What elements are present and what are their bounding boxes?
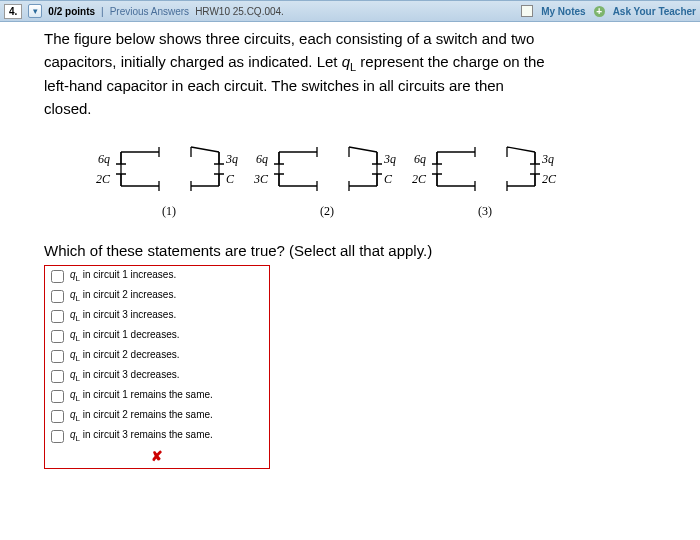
problem-statement: The figure below shows three circuits, e…	[44, 28, 676, 120]
c2-right-c: C	[384, 172, 392, 187]
answer-option: qL in circuit 2 decreases.	[45, 346, 269, 366]
c2-label: (2)	[320, 204, 334, 219]
question-container: 4. ▾ 0/2 points | Previous Answers HRW10…	[0, 0, 700, 540]
prompt-line1: The figure below shows three circuits, e…	[44, 30, 534, 47]
ask-teacher-link[interactable]: Ask Your Teacher	[613, 6, 696, 17]
prompt-line2b: represent the charge on the	[356, 53, 544, 70]
answers-box: qL in circuit 1 increases. qL in circuit…	[44, 265, 270, 469]
answer-option: qL in circuit 2 remains the same.	[45, 406, 269, 426]
answer-checkbox-5[interactable]	[51, 350, 64, 363]
c1-right-q: 3q	[226, 152, 238, 167]
c3-left-q: 6q	[414, 152, 426, 167]
points-text: 0/2 points	[48, 6, 95, 17]
assignment-id: HRW10 25.CQ.004.	[195, 6, 284, 17]
c3-right-c: 2C	[542, 172, 556, 187]
c2-left-c: 3C	[254, 172, 268, 187]
c3-right-q: 3q	[542, 152, 554, 167]
answer-checkbox-9[interactable]	[51, 430, 64, 443]
answer-text-8: qL in circuit 2 remains the same.	[70, 409, 213, 423]
circuit-2: 6q 3q 3C C (2)	[272, 140, 384, 196]
notes-icon[interactable]	[521, 5, 533, 17]
answer-text-3: qL in circuit 3 increases.	[70, 309, 176, 323]
answer-text-1: qL in circuit 1 increases.	[70, 269, 176, 283]
answer-option: qL in circuit 3 remains the same.	[45, 426, 269, 446]
answer-text-7: qL in circuit 1 remains the same.	[70, 389, 213, 403]
answer-text-2: qL in circuit 2 increases.	[70, 289, 176, 303]
c1-label: (1)	[162, 204, 176, 219]
prompt-line2a: capacitors, initially charged as indicat…	[44, 53, 342, 70]
circuit-3: 6q 3q 2C 2C (3)	[430, 140, 542, 196]
expand-icon[interactable]: ▾	[28, 4, 42, 18]
circuit-1: 6q 3q 2C C (1)	[114, 140, 226, 196]
prompt-line3: left-hand capacitor in each circuit. The…	[44, 77, 504, 94]
answer-option: qL in circuit 1 increases.	[45, 266, 269, 286]
c3-left-c: 2C	[412, 172, 426, 187]
answer-checkbox-6[interactable]	[51, 370, 64, 383]
answer-checkbox-1[interactable]	[51, 270, 64, 283]
question-text: Which of these statements are true? (Sel…	[44, 242, 676, 259]
answer-checkbox-8[interactable]	[51, 410, 64, 423]
previous-answers-link[interactable]: Previous Answers	[110, 6, 189, 17]
answer-checkbox-7[interactable]	[51, 390, 64, 403]
answer-option: qL in circuit 1 remains the same.	[45, 386, 269, 406]
answer-checkbox-4[interactable]	[51, 330, 64, 343]
answer-text-5: qL in circuit 2 decreases.	[70, 349, 180, 363]
answer-option: qL in circuit 1 decreases.	[45, 326, 269, 346]
header-right: My Notes + Ask Your Teacher	[521, 5, 696, 17]
prompt-line4: closed.	[44, 100, 92, 117]
c2-right-q: 3q	[384, 152, 396, 167]
answer-option: qL in circuit 3 decreases.	[45, 366, 269, 386]
answer-option: qL in circuit 3 increases.	[45, 306, 269, 326]
answer-text-6: qL in circuit 3 decreases.	[70, 369, 180, 383]
separator: |	[101, 6, 104, 17]
answer-checkbox-3[interactable]	[51, 310, 64, 323]
header-left: 4. ▾ 0/2 points | Previous Answers HRW10…	[4, 4, 284, 19]
question-number: 4.	[4, 4, 22, 19]
c2-left-q: 6q	[256, 152, 268, 167]
question-content: The figure below shows three circuits, e…	[0, 22, 700, 469]
plus-icon[interactable]: +	[594, 6, 605, 17]
answer-checkbox-2[interactable]	[51, 290, 64, 303]
c3-label: (3)	[478, 204, 492, 219]
question-header: 4. ▾ 0/2 points | Previous Answers HRW10…	[0, 0, 700, 22]
answer-text-4: qL in circuit 1 decreases.	[70, 329, 180, 343]
c1-left-c: 2C	[96, 172, 110, 187]
figure-area: 6q 3q 2C C (1)	[84, 140, 676, 226]
answer-text-9: qL in circuit 3 remains the same.	[70, 429, 213, 443]
answer-option: qL in circuit 2 increases.	[45, 286, 269, 306]
incorrect-icon: ✘	[45, 446, 269, 468]
prompt-var: q	[342, 53, 350, 70]
my-notes-link[interactable]: My Notes	[541, 6, 585, 17]
c1-right-c: C	[226, 172, 234, 187]
c1-left-q: 6q	[98, 152, 110, 167]
